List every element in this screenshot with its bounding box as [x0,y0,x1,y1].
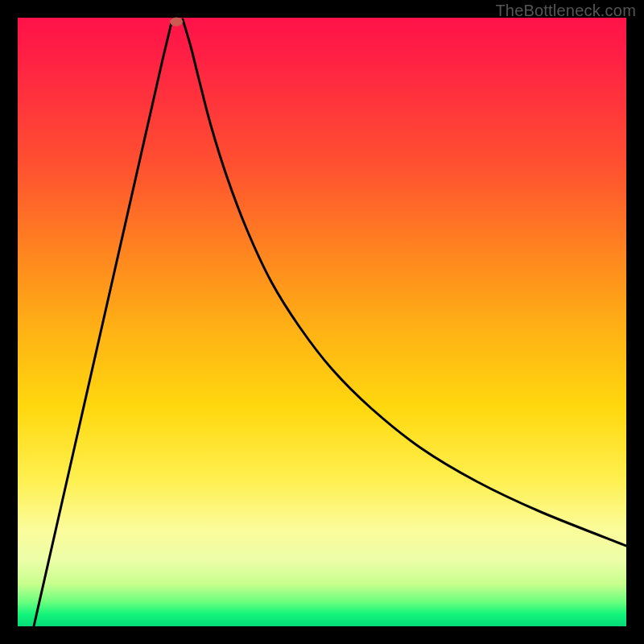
minimum-marker-dot [170,18,183,27]
curve-left-branch [34,19,172,626]
watermark-text: TheBottleneck.com [495,2,636,20]
curve-svg [18,18,626,626]
chart-frame [18,18,626,626]
curve-right-branch [183,19,626,546]
